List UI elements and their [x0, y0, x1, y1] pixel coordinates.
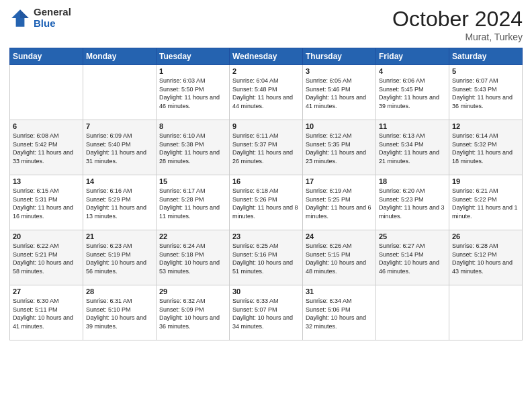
col-wednesday: Wednesday	[230, 48, 303, 65]
day-number: 29	[159, 287, 226, 295]
location: Murat, Turkey	[392, 32, 523, 42]
col-monday: Monday	[83, 48, 157, 65]
day-cell: 3Sunrise: 6:05 AMSunset: 5:46 PMDaylight…	[303, 65, 376, 120]
day-number: 30	[232, 287, 300, 295]
day-number: 24	[306, 232, 373, 240]
day-info: Sunrise: 6:16 AMSunset: 5:29 PMDaylight:…	[86, 187, 146, 220]
day-info: Sunrise: 6:22 AMSunset: 5:21 PMDaylight:…	[13, 242, 73, 275]
week-row-4: 20Sunrise: 6:22 AMSunset: 5:21 PMDayligh…	[10, 230, 523, 285]
week-row-2: 6Sunrise: 6:08 AMSunset: 5:42 PMDaylight…	[10, 120, 523, 175]
day-cell: 1Sunrise: 6:03 AMSunset: 5:50 PMDaylight…	[157, 65, 230, 120]
day-info: Sunrise: 6:15 AMSunset: 5:31 PMDaylight:…	[13, 187, 73, 220]
day-number: 16	[232, 177, 300, 185]
day-number: 14	[86, 177, 153, 185]
day-cell	[83, 65, 157, 120]
day-cell: 27Sunrise: 6:30 AMSunset: 5:11 PMDayligh…	[10, 285, 83, 340]
day-info: Sunrise: 6:25 AMSunset: 5:16 PMDaylight:…	[232, 242, 293, 275]
day-cell: 8Sunrise: 6:10 AMSunset: 5:38 PMDaylight…	[157, 120, 230, 175]
logo-icon	[9, 7, 31, 29]
week-row-1: 1Sunrise: 6:03 AMSunset: 5:50 PMDaylight…	[10, 65, 523, 120]
day-cell: 18Sunrise: 6:20 AMSunset: 5:23 PMDayligh…	[376, 175, 449, 230]
day-cell: 31Sunrise: 6:34 AMSunset: 5:06 PMDayligh…	[303, 285, 376, 340]
day-cell: 13Sunrise: 6:15 AMSunset: 5:31 PMDayligh…	[10, 175, 83, 230]
day-number: 31	[306, 287, 373, 295]
day-number: 1	[159, 67, 226, 75]
day-info: Sunrise: 6:13 AMSunset: 5:34 PMDaylight:…	[379, 132, 439, 165]
svg-marker-1	[20, 9, 29, 18]
day-info: Sunrise: 6:18 AMSunset: 5:26 PMDaylight:…	[232, 187, 298, 220]
day-number: 2	[232, 67, 300, 75]
day-number: 25	[379, 232, 446, 240]
day-cell: 11Sunrise: 6:13 AMSunset: 5:34 PMDayligh…	[376, 120, 449, 175]
day-number: 17	[306, 177, 373, 185]
day-info: Sunrise: 6:33 AMSunset: 5:07 PMDaylight:…	[232, 298, 293, 330]
day-number: 6	[13, 122, 80, 130]
day-number: 28	[86, 287, 153, 295]
day-number: 27	[13, 287, 80, 295]
day-info: Sunrise: 6:19 AMSunset: 5:25 PMDaylight:…	[306, 187, 371, 220]
col-sunday: Sunday	[10, 48, 83, 65]
day-cell: 24Sunrise: 6:26 AMSunset: 5:15 PMDayligh…	[303, 230, 376, 285]
day-number: 18	[379, 177, 446, 185]
day-number: 22	[159, 232, 226, 240]
day-info: Sunrise: 6:32 AMSunset: 5:09 PMDaylight:…	[159, 298, 220, 330]
day-cell: 15Sunrise: 6:17 AMSunset: 5:28 PMDayligh…	[157, 175, 230, 230]
day-info: Sunrise: 6:26 AMSunset: 5:15 PMDaylight:…	[306, 242, 366, 275]
day-info: Sunrise: 6:08 AMSunset: 5:42 PMDaylight:…	[13, 132, 73, 165]
calendar-table: Sunday Monday Tuesday Wednesday Thursday…	[9, 48, 523, 340]
day-number: 11	[379, 122, 446, 130]
day-cell: 17Sunrise: 6:19 AMSunset: 5:25 PMDayligh…	[303, 175, 376, 230]
day-cell: 22Sunrise: 6:24 AMSunset: 5:18 PMDayligh…	[157, 230, 230, 285]
day-number: 8	[159, 122, 226, 130]
day-cell: 30Sunrise: 6:33 AMSunset: 5:07 PMDayligh…	[230, 285, 303, 340]
day-cell: 21Sunrise: 6:23 AMSunset: 5:19 PMDayligh…	[83, 230, 157, 285]
col-saturday: Saturday	[449, 48, 523, 65]
day-number: 9	[232, 122, 300, 130]
day-info: Sunrise: 6:17 AMSunset: 5:28 PMDaylight:…	[159, 187, 220, 220]
col-thursday: Thursday	[303, 48, 376, 65]
day-info: Sunrise: 6:07 AMSunset: 5:43 PMDaylight:…	[452, 77, 513, 109]
day-cell: 10Sunrise: 6:12 AMSunset: 5:35 PMDayligh…	[303, 120, 376, 175]
day-cell: 20Sunrise: 6:22 AMSunset: 5:21 PMDayligh…	[10, 230, 83, 285]
day-cell: 4Sunrise: 6:06 AMSunset: 5:45 PMDaylight…	[376, 65, 449, 120]
day-info: Sunrise: 6:04 AMSunset: 5:48 PMDaylight:…	[232, 77, 293, 109]
day-info: Sunrise: 6:23 AMSunset: 5:19 PMDaylight:…	[86, 242, 146, 275]
day-info: Sunrise: 6:12 AMSunset: 5:35 PMDaylight:…	[306, 132, 366, 165]
day-info: Sunrise: 6:24 AMSunset: 5:18 PMDaylight:…	[159, 242, 220, 275]
day-info: Sunrise: 6:10 AMSunset: 5:38 PMDaylight:…	[159, 132, 220, 165]
logo-general-text: General	[34, 7, 71, 18]
day-info: Sunrise: 6:09 AMSunset: 5:40 PMDaylight:…	[86, 132, 146, 165]
day-number: 13	[13, 177, 80, 185]
header: General Blue October 2024 Murat, Turkey	[9, 7, 523, 42]
day-cell: 28Sunrise: 6:31 AMSunset: 5:10 PMDayligh…	[83, 285, 157, 340]
day-number: 7	[86, 122, 153, 130]
day-cell: 29Sunrise: 6:32 AMSunset: 5:09 PMDayligh…	[157, 285, 230, 340]
day-info: Sunrise: 6:34 AMSunset: 5:06 PMDaylight:…	[306, 298, 366, 330]
day-cell: 14Sunrise: 6:16 AMSunset: 5:29 PMDayligh…	[83, 175, 157, 230]
logo: General Blue	[9, 7, 71, 29]
day-info: Sunrise: 6:03 AMSunset: 5:50 PMDaylight:…	[159, 77, 220, 109]
logo-blue-text: Blue	[34, 18, 71, 30]
day-cell: 5Sunrise: 6:07 AMSunset: 5:43 PMDaylight…	[449, 65, 523, 120]
day-number: 21	[86, 232, 153, 240]
day-number: 20	[13, 232, 80, 240]
logo-text: General Blue	[34, 7, 71, 29]
day-info: Sunrise: 6:06 AMSunset: 5:45 PMDaylight:…	[379, 77, 439, 109]
day-cell: 26Sunrise: 6:28 AMSunset: 5:12 PMDayligh…	[449, 230, 523, 285]
day-number: 5	[452, 67, 519, 75]
day-cell: 25Sunrise: 6:27 AMSunset: 5:14 PMDayligh…	[376, 230, 449, 285]
day-number: 4	[379, 67, 446, 75]
day-info: Sunrise: 6:11 AMSunset: 5:37 PMDaylight:…	[232, 132, 293, 165]
week-row-3: 13Sunrise: 6:15 AMSunset: 5:31 PMDayligh…	[10, 175, 523, 230]
day-number: 12	[452, 122, 519, 130]
col-friday: Friday	[376, 48, 449, 65]
day-info: Sunrise: 6:27 AMSunset: 5:14 PMDaylight:…	[379, 242, 439, 275]
day-info: Sunrise: 6:05 AMSunset: 5:46 PMDaylight:…	[306, 77, 366, 109]
day-info: Sunrise: 6:30 AMSunset: 5:11 PMDaylight:…	[13, 298, 73, 330]
col-tuesday: Tuesday	[157, 48, 230, 65]
day-info: Sunrise: 6:14 AMSunset: 5:32 PMDaylight:…	[452, 132, 513, 165]
day-cell: 12Sunrise: 6:14 AMSunset: 5:32 PMDayligh…	[449, 120, 523, 175]
day-cell: 9Sunrise: 6:11 AMSunset: 5:37 PMDaylight…	[230, 120, 303, 175]
day-info: Sunrise: 6:28 AMSunset: 5:12 PMDaylight:…	[452, 242, 513, 275]
day-number: 15	[159, 177, 226, 185]
